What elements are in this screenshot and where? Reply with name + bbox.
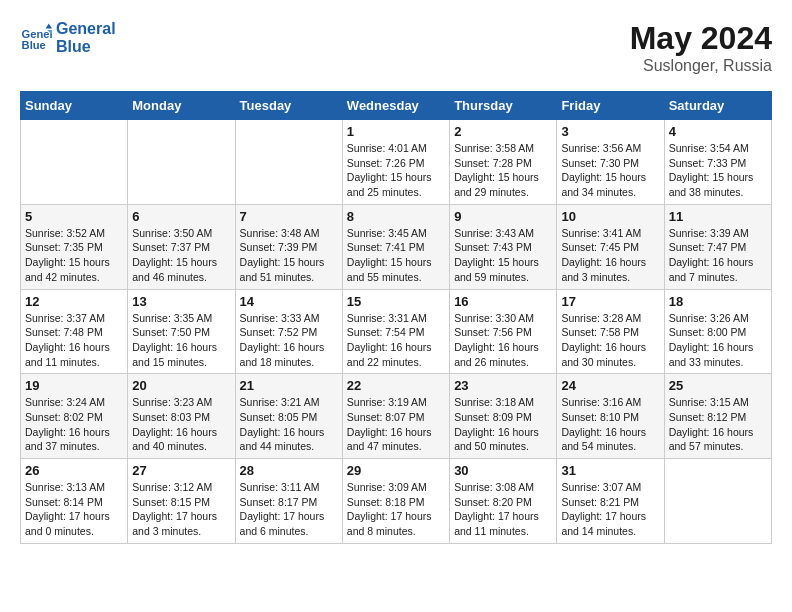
calendar-cell: 8Sunrise: 3:45 AM Sunset: 7:41 PM Daylig… bbox=[342, 204, 449, 289]
calendar-cell bbox=[664, 459, 771, 544]
calendar-cell: 11Sunrise: 3:39 AM Sunset: 7:47 PM Dayli… bbox=[664, 204, 771, 289]
calendar-header-row: SundayMondayTuesdayWednesdayThursdayFrid… bbox=[21, 92, 772, 120]
day-info: Sunrise: 3:18 AM Sunset: 8:09 PM Dayligh… bbox=[454, 395, 552, 454]
day-info: Sunrise: 3:13 AM Sunset: 8:14 PM Dayligh… bbox=[25, 480, 123, 539]
day-info: Sunrise: 3:11 AM Sunset: 8:17 PM Dayligh… bbox=[240, 480, 338, 539]
day-number: 30 bbox=[454, 463, 552, 478]
calendar-week-4: 19Sunrise: 3:24 AM Sunset: 8:02 PM Dayli… bbox=[21, 374, 772, 459]
day-number: 14 bbox=[240, 294, 338, 309]
day-info: Sunrise: 3:56 AM Sunset: 7:30 PM Dayligh… bbox=[561, 141, 659, 200]
day-number: 4 bbox=[669, 124, 767, 139]
day-number: 8 bbox=[347, 209, 445, 224]
day-info: Sunrise: 3:19 AM Sunset: 8:07 PM Dayligh… bbox=[347, 395, 445, 454]
month-title: May 2024 bbox=[630, 20, 772, 57]
calendar-cell: 6Sunrise: 3:50 AM Sunset: 7:37 PM Daylig… bbox=[128, 204, 235, 289]
day-info: Sunrise: 3:28 AM Sunset: 7:58 PM Dayligh… bbox=[561, 311, 659, 370]
day-info: Sunrise: 3:54 AM Sunset: 7:33 PM Dayligh… bbox=[669, 141, 767, 200]
calendar-cell: 15Sunrise: 3:31 AM Sunset: 7:54 PM Dayli… bbox=[342, 289, 449, 374]
day-info: Sunrise: 3:16 AM Sunset: 8:10 PM Dayligh… bbox=[561, 395, 659, 454]
calendar-cell bbox=[21, 120, 128, 205]
day-info: Sunrise: 3:23 AM Sunset: 8:03 PM Dayligh… bbox=[132, 395, 230, 454]
svg-marker-2 bbox=[46, 23, 52, 28]
calendar-cell: 25Sunrise: 3:15 AM Sunset: 8:12 PM Dayli… bbox=[664, 374, 771, 459]
day-info: Sunrise: 3:48 AM Sunset: 7:39 PM Dayligh… bbox=[240, 226, 338, 285]
logo-icon: General Blue bbox=[20, 22, 52, 54]
day-info: Sunrise: 3:07 AM Sunset: 8:21 PM Dayligh… bbox=[561, 480, 659, 539]
calendar-cell: 2Sunrise: 3:58 AM Sunset: 7:28 PM Daylig… bbox=[450, 120, 557, 205]
calendar-cell: 1Sunrise: 4:01 AM Sunset: 7:26 PM Daylig… bbox=[342, 120, 449, 205]
calendar-cell: 23Sunrise: 3:18 AM Sunset: 8:09 PM Dayli… bbox=[450, 374, 557, 459]
calendar-week-2: 5Sunrise: 3:52 AM Sunset: 7:35 PM Daylig… bbox=[21, 204, 772, 289]
day-number: 7 bbox=[240, 209, 338, 224]
day-number: 12 bbox=[25, 294, 123, 309]
day-number: 28 bbox=[240, 463, 338, 478]
calendar-header: SundayMondayTuesdayWednesdayThursdayFrid… bbox=[21, 92, 772, 120]
header-day-saturday: Saturday bbox=[664, 92, 771, 120]
calendar-cell: 22Sunrise: 3:19 AM Sunset: 8:07 PM Dayli… bbox=[342, 374, 449, 459]
day-number: 31 bbox=[561, 463, 659, 478]
day-number: 18 bbox=[669, 294, 767, 309]
day-number: 3 bbox=[561, 124, 659, 139]
header-day-tuesday: Tuesday bbox=[235, 92, 342, 120]
day-info: Sunrise: 3:52 AM Sunset: 7:35 PM Dayligh… bbox=[25, 226, 123, 285]
day-info: Sunrise: 3:24 AM Sunset: 8:02 PM Dayligh… bbox=[25, 395, 123, 454]
day-number: 22 bbox=[347, 378, 445, 393]
day-info: Sunrise: 3:09 AM Sunset: 8:18 PM Dayligh… bbox=[347, 480, 445, 539]
logo: General Blue General Blue bbox=[20, 20, 116, 55]
day-number: 24 bbox=[561, 378, 659, 393]
day-info: Sunrise: 3:33 AM Sunset: 7:52 PM Dayligh… bbox=[240, 311, 338, 370]
day-info: Sunrise: 3:58 AM Sunset: 7:28 PM Dayligh… bbox=[454, 141, 552, 200]
day-number: 26 bbox=[25, 463, 123, 478]
header-day-sunday: Sunday bbox=[21, 92, 128, 120]
day-number: 5 bbox=[25, 209, 123, 224]
calendar-cell: 21Sunrise: 3:21 AM Sunset: 8:05 PM Dayli… bbox=[235, 374, 342, 459]
calendar-cell: 26Sunrise: 3:13 AM Sunset: 8:14 PM Dayli… bbox=[21, 459, 128, 544]
calendar-cell: 13Sunrise: 3:35 AM Sunset: 7:50 PM Dayli… bbox=[128, 289, 235, 374]
day-info: Sunrise: 3:39 AM Sunset: 7:47 PM Dayligh… bbox=[669, 226, 767, 285]
calendar-cell: 19Sunrise: 3:24 AM Sunset: 8:02 PM Dayli… bbox=[21, 374, 128, 459]
calendar-week-5: 26Sunrise: 3:13 AM Sunset: 8:14 PM Dayli… bbox=[21, 459, 772, 544]
day-info: Sunrise: 3:45 AM Sunset: 7:41 PM Dayligh… bbox=[347, 226, 445, 285]
day-info: Sunrise: 3:43 AM Sunset: 7:43 PM Dayligh… bbox=[454, 226, 552, 285]
day-number: 13 bbox=[132, 294, 230, 309]
day-number: 10 bbox=[561, 209, 659, 224]
header-day-wednesday: Wednesday bbox=[342, 92, 449, 120]
header-day-thursday: Thursday bbox=[450, 92, 557, 120]
day-number: 19 bbox=[25, 378, 123, 393]
calendar-cell: 31Sunrise: 3:07 AM Sunset: 8:21 PM Dayli… bbox=[557, 459, 664, 544]
logo-line2: Blue bbox=[56, 38, 116, 56]
calendar-cell: 7Sunrise: 3:48 AM Sunset: 7:39 PM Daylig… bbox=[235, 204, 342, 289]
calendar-cell: 20Sunrise: 3:23 AM Sunset: 8:03 PM Dayli… bbox=[128, 374, 235, 459]
day-info: Sunrise: 3:41 AM Sunset: 7:45 PM Dayligh… bbox=[561, 226, 659, 285]
calendar-cell: 16Sunrise: 3:30 AM Sunset: 7:56 PM Dayli… bbox=[450, 289, 557, 374]
day-info: Sunrise: 3:21 AM Sunset: 8:05 PM Dayligh… bbox=[240, 395, 338, 454]
calendar-cell bbox=[128, 120, 235, 205]
day-number: 21 bbox=[240, 378, 338, 393]
day-number: 20 bbox=[132, 378, 230, 393]
calendar-cell: 9Sunrise: 3:43 AM Sunset: 7:43 PM Daylig… bbox=[450, 204, 557, 289]
calendar-cell: 12Sunrise: 3:37 AM Sunset: 7:48 PM Dayli… bbox=[21, 289, 128, 374]
day-info: Sunrise: 3:15 AM Sunset: 8:12 PM Dayligh… bbox=[669, 395, 767, 454]
calendar-cell: 29Sunrise: 3:09 AM Sunset: 8:18 PM Dayli… bbox=[342, 459, 449, 544]
calendar-cell: 10Sunrise: 3:41 AM Sunset: 7:45 PM Dayli… bbox=[557, 204, 664, 289]
day-number: 25 bbox=[669, 378, 767, 393]
calendar-cell: 17Sunrise: 3:28 AM Sunset: 7:58 PM Dayli… bbox=[557, 289, 664, 374]
calendar-cell: 14Sunrise: 3:33 AM Sunset: 7:52 PM Dayli… bbox=[235, 289, 342, 374]
day-number: 11 bbox=[669, 209, 767, 224]
calendar-cell: 28Sunrise: 3:11 AM Sunset: 8:17 PM Dayli… bbox=[235, 459, 342, 544]
day-number: 15 bbox=[347, 294, 445, 309]
calendar-cell: 4Sunrise: 3:54 AM Sunset: 7:33 PM Daylig… bbox=[664, 120, 771, 205]
calendar-week-3: 12Sunrise: 3:37 AM Sunset: 7:48 PM Dayli… bbox=[21, 289, 772, 374]
calendar-week-1: 1Sunrise: 4:01 AM Sunset: 7:26 PM Daylig… bbox=[21, 120, 772, 205]
day-info: Sunrise: 3:35 AM Sunset: 7:50 PM Dayligh… bbox=[132, 311, 230, 370]
calendar-cell: 3Sunrise: 3:56 AM Sunset: 7:30 PM Daylig… bbox=[557, 120, 664, 205]
header-day-friday: Friday bbox=[557, 92, 664, 120]
day-info: Sunrise: 4:01 AM Sunset: 7:26 PM Dayligh… bbox=[347, 141, 445, 200]
day-number: 6 bbox=[132, 209, 230, 224]
calendar-cell: 24Sunrise: 3:16 AM Sunset: 8:10 PM Dayli… bbox=[557, 374, 664, 459]
calendar-cell: 30Sunrise: 3:08 AM Sunset: 8:20 PM Dayli… bbox=[450, 459, 557, 544]
logo-line1: General bbox=[56, 20, 116, 38]
calendar-cell: 18Sunrise: 3:26 AM Sunset: 8:00 PM Dayli… bbox=[664, 289, 771, 374]
svg-text:General: General bbox=[22, 28, 52, 40]
title-section: May 2024 Suslonger, Russia bbox=[630, 20, 772, 75]
